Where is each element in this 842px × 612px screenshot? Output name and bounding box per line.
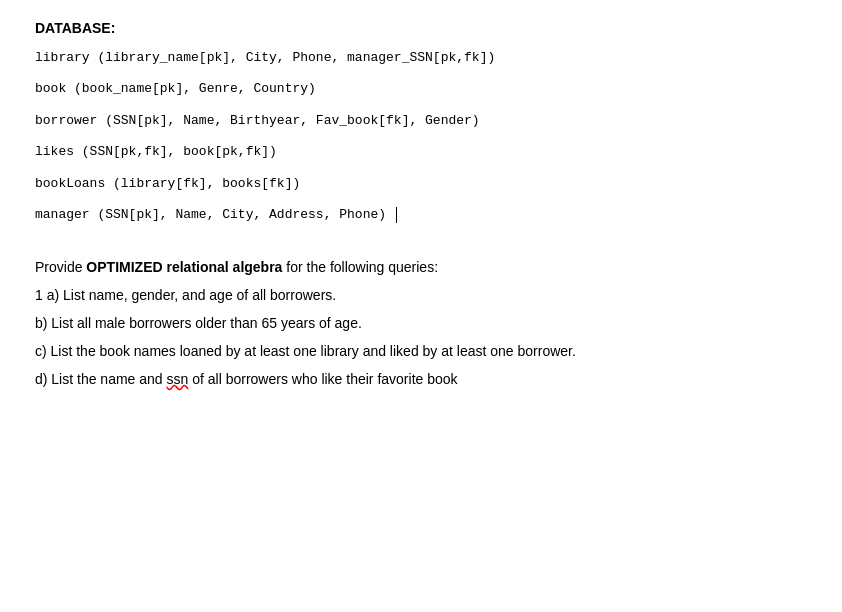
database-title: DATABASE: — [35, 20, 812, 36]
prose-section: Provide OPTIMIZED relational algebra for… — [35, 256, 812, 391]
intro-bold: OPTIMIZED relational algebra — [86, 259, 282, 275]
query-b: b) List all male borrowers older than 65… — [35, 312, 812, 336]
query-d-suffix: of all borrowers who like their favorite… — [188, 371, 457, 387]
intro-line: Provide OPTIMIZED relational algebra for… — [35, 256, 812, 280]
schema-line-5: bookLoans (library[fk], books[fk]) — [35, 172, 812, 195]
database-section: DATABASE: library (library_name[pk], Cit… — [30, 20, 812, 391]
query-1a: 1 a) List name, gender, and age of all b… — [35, 284, 812, 308]
schema-line-1: library (library_name[pk], City, Phone, … — [35, 46, 812, 69]
intro-end: for the following queries: — [282, 259, 438, 275]
intro-text: Provide — [35, 259, 86, 275]
query-d-ssn: ssn — [167, 371, 189, 387]
schema-block: library (library_name[pk], City, Phone, … — [35, 46, 812, 226]
query-d-prefix: d) List the name and — [35, 371, 167, 387]
schema-line-6: manager (SSN[pk], Name, City, Address, P… — [35, 203, 812, 226]
schema-line-4: likes (SSN[pk,fk], book[pk,fk]) — [35, 140, 812, 163]
schema-line-2: book (book_name[pk], Genre, Country) — [35, 77, 812, 100]
query-c: c) List the book names loaned by at leas… — [35, 340, 812, 364]
text-cursor — [396, 207, 397, 223]
query-d: d) List the name and ssn of all borrower… — [35, 368, 812, 392]
schema-line-3: borrower (SSN[pk], Name, Birthyear, Fav_… — [35, 109, 812, 132]
